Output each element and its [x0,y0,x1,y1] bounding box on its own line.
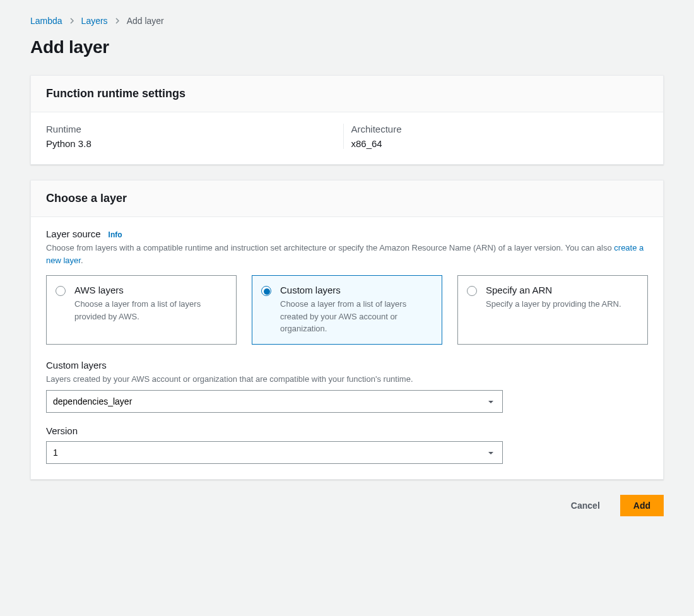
runtime-grid: Runtime Python 3.8 Architecture x86_64 [31,112,663,164]
info-link[interactable]: Info [109,230,122,239]
radio-custom-layers[interactable]: Custom layers Choose a layer from a list… [252,275,442,345]
version-select-wrap: 1 [46,441,648,464]
breadcrumb-lambda[interactable]: Lambda [30,16,62,26]
help-text-part: . [81,256,83,265]
radio-icon [467,286,477,296]
runtime-label: Runtime [46,124,343,134]
custom-layers-select[interactable]: dependencies_layer [46,390,503,413]
radio-desc: Choose a layer from a list of layers cre… [280,298,433,335]
version-label: Version [46,425,648,436]
choose-layer-heading: Choose a layer [46,192,648,205]
layer-source-label: Layer source [46,228,101,239]
function-runtime-panel: Function runtime settings Runtime Python… [30,75,664,165]
layer-source-section: Layer source Info Choose from layers wit… [46,228,648,266]
version-group: Version 1 [46,425,648,464]
custom-layers-group: Custom layers Layers created by your AWS… [46,360,648,413]
radio-title: AWS layers [74,285,227,295]
breadcrumb-layers[interactable]: Layers [81,16,108,26]
panel-header: Choose a layer [31,181,663,217]
footer-actions: Cancel Add [30,495,664,516]
radio-icon [56,286,66,296]
breadcrumb: Lambda Layers Add layer [30,16,664,26]
add-button[interactable]: Add [620,495,664,516]
breadcrumb-current: Add layer [127,16,164,26]
radio-specify-arn[interactable]: Specify an ARN Specify a layer by provid… [457,275,648,345]
architecture-value: x86_64 [351,138,649,149]
radio-aws-layers[interactable]: AWS layers Choose a layer from a list of… [46,275,237,345]
chevron-right-icon [69,18,75,24]
choose-layer-panel: Choose a layer Layer source Info Choose … [30,180,664,480]
help-text-part: Choose from layers with a compatible run… [46,243,614,252]
radio-desc: Specify a layer by providing the ARN. [486,298,638,311]
architecture-label: Architecture [351,124,649,134]
architecture-field: Architecture x86_64 [344,124,649,149]
custom-layers-select-wrap: dependencies_layer [46,390,648,413]
version-select[interactable]: 1 [46,441,503,464]
runtime-value: Python 3.8 [46,138,343,149]
cancel-button[interactable]: Cancel [558,495,613,516]
page-title: Add layer [30,37,664,57]
radio-icon [261,286,271,296]
panel-header: Function runtime settings [31,76,663,112]
choose-layer-body: Layer source Info Choose from layers wit… [31,217,663,479]
layer-source-help: Choose from layers with a compatible run… [46,242,648,266]
runtime-field: Runtime Python 3.8 [46,124,344,149]
chevron-right-icon [114,18,121,24]
radio-title: Custom layers [280,285,433,295]
layer-source-options: AWS layers Choose a layer from a list of… [46,275,648,345]
runtime-settings-heading: Function runtime settings [46,87,648,100]
radio-title: Specify an ARN [486,285,638,295]
custom-layers-help: Layers created by your AWS account or or… [46,373,648,386]
custom-layers-label: Custom layers [46,360,648,370]
radio-desc: Choose a layer from a list of layers pro… [74,298,227,323]
